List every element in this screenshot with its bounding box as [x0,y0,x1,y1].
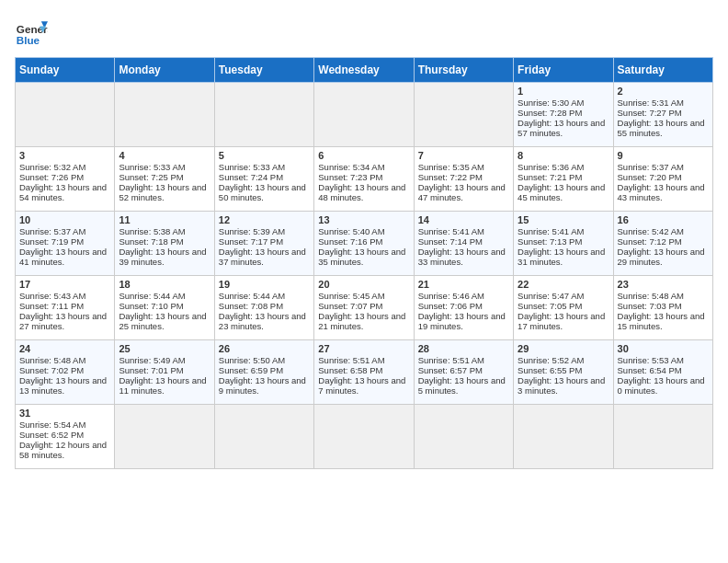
calendar-cell: 17Sunrise: 5:43 AM Sunset: 7:11 PM Dayli… [16,276,115,340]
day-number: 17 [19,279,110,290]
day-info: Sunrise: 5:33 AM Sunset: 7:25 PM Dayligh… [119,162,206,202]
day-header-wednesday: Wednesday [314,58,414,83]
day-info: Sunrise: 5:42 AM Sunset: 7:12 PM Dayligh… [618,226,705,267]
day-number: 12 [219,214,310,225]
day-info: Sunrise: 5:48 AM Sunset: 7:02 PM Dayligh… [19,355,107,396]
day-number: 31 [19,408,110,419]
calendar-cell: 18Sunrise: 5:44 AM Sunset: 7:10 PM Dayli… [115,276,214,340]
day-number: 30 [618,343,709,354]
week-row-6: 31Sunrise: 5:54 AM Sunset: 6:52 PM Dayli… [16,405,713,469]
day-number: 19 [219,279,310,290]
calendar-cell: 23Sunrise: 5:48 AM Sunset: 7:03 PM Dayli… [613,276,712,340]
calendar-cell: 8Sunrise: 5:36 AM Sunset: 7:21 PM Daylig… [514,147,613,212]
day-number: 16 [618,214,709,225]
day-header-sunday: Sunday [16,58,115,83]
day-number: 18 [119,279,210,290]
calendar-cell: 15Sunrise: 5:41 AM Sunset: 7:13 PM Dayli… [514,212,613,276]
day-info: Sunrise: 5:45 AM Sunset: 7:07 PM Dayligh… [318,291,405,331]
day-number: 8 [518,150,609,161]
calendar-cell: 29Sunrise: 5:52 AM Sunset: 6:55 PM Dayli… [514,340,613,405]
calendar-table: SundayMondayTuesdayWednesdayThursdayFrid… [15,57,713,469]
day-number: 1 [518,86,609,97]
calendar-cell: 16Sunrise: 5:42 AM Sunset: 7:12 PM Dayli… [613,212,712,276]
day-info: Sunrise: 5:41 AM Sunset: 7:13 PM Dayligh… [518,226,605,267]
day-number: 28 [418,343,509,354]
calendar-cell: 11Sunrise: 5:38 AM Sunset: 7:18 PM Dayli… [115,212,214,276]
day-info: Sunrise: 5:51 AM Sunset: 6:58 PM Dayligh… [318,355,405,396]
calendar-cell [115,83,214,147]
calendar-cell: 1Sunrise: 5:30 AM Sunset: 7:28 PM Daylig… [514,83,613,147]
calendar-cell [214,83,313,147]
day-number: 26 [219,343,310,354]
day-info: Sunrise: 5:38 AM Sunset: 7:18 PM Dayligh… [119,226,206,267]
calendar-cell: 26Sunrise: 5:50 AM Sunset: 6:59 PM Dayli… [214,340,313,405]
calendar-cell: 27Sunrise: 5:51 AM Sunset: 6:58 PM Dayli… [314,340,414,405]
day-info: Sunrise: 5:35 AM Sunset: 7:22 PM Dayligh… [418,162,506,202]
day-number: 7 [418,150,509,161]
calendar-cell: 6Sunrise: 5:34 AM Sunset: 7:23 PM Daylig… [314,147,414,212]
day-info: Sunrise: 5:43 AM Sunset: 7:11 PM Dayligh… [19,291,107,331]
day-info: Sunrise: 5:52 AM Sunset: 6:55 PM Dayligh… [518,355,605,396]
day-number: 5 [219,150,310,161]
day-number: 3 [19,150,110,161]
day-info: Sunrise: 5:53 AM Sunset: 6:54 PM Dayligh… [618,355,705,396]
day-info: Sunrise: 5:37 AM Sunset: 7:20 PM Dayligh… [618,162,705,202]
calendar-cell: 30Sunrise: 5:53 AM Sunset: 6:54 PM Dayli… [613,340,712,405]
calendar-cell [613,405,712,469]
day-number: 9 [618,150,709,161]
day-number: 29 [518,343,609,354]
day-header-saturday: Saturday [613,58,712,83]
week-row-3: 10Sunrise: 5:37 AM Sunset: 7:19 PM Dayli… [16,212,713,276]
calendar-cell: 25Sunrise: 5:49 AM Sunset: 7:01 PM Dayli… [115,340,214,405]
calendar-cell: 5Sunrise: 5:33 AM Sunset: 7:24 PM Daylig… [214,147,313,212]
day-info: Sunrise: 5:48 AM Sunset: 7:03 PM Dayligh… [618,291,705,331]
calendar-cell [514,405,613,469]
calendar-cell [16,83,115,147]
calendar-cell: 24Sunrise: 5:48 AM Sunset: 7:02 PM Dayli… [16,340,115,405]
day-number: 20 [318,279,409,290]
day-info: Sunrise: 5:34 AM Sunset: 7:23 PM Dayligh… [318,162,405,202]
calendar-cell: 9Sunrise: 5:37 AM Sunset: 7:20 PM Daylig… [613,147,712,212]
day-number: 25 [119,343,210,354]
day-number: 2 [618,86,709,97]
calendar-cell: 22Sunrise: 5:47 AM Sunset: 7:05 PM Dayli… [514,276,613,340]
calendar-cell: 7Sunrise: 5:35 AM Sunset: 7:22 PM Daylig… [414,147,513,212]
day-number: 10 [19,214,110,225]
page-header: General Blue [15,15,713,48]
calendar-cell: 28Sunrise: 5:51 AM Sunset: 6:57 PM Dayli… [414,340,513,405]
day-info: Sunrise: 5:36 AM Sunset: 7:21 PM Dayligh… [518,162,605,202]
calendar-cell: 10Sunrise: 5:37 AM Sunset: 7:19 PM Dayli… [16,212,115,276]
week-row-5: 24Sunrise: 5:48 AM Sunset: 7:02 PM Dayli… [16,340,713,405]
calendar-cell: 21Sunrise: 5:46 AM Sunset: 7:06 PM Dayli… [414,276,513,340]
calendar-cell: 4Sunrise: 5:33 AM Sunset: 7:25 PM Daylig… [115,147,214,212]
day-info: Sunrise: 5:40 AM Sunset: 7:16 PM Dayligh… [318,226,405,267]
calendar-cell [314,405,414,469]
calendar-cell: 13Sunrise: 5:40 AM Sunset: 7:16 PM Dayli… [314,212,414,276]
day-info: Sunrise: 5:30 AM Sunset: 7:28 PM Dayligh… [518,98,605,138]
day-info: Sunrise: 5:31 AM Sunset: 7:27 PM Dayligh… [618,98,705,138]
day-info: Sunrise: 5:37 AM Sunset: 7:19 PM Dayligh… [19,226,107,267]
calendar-cell [414,83,513,147]
day-info: Sunrise: 5:44 AM Sunset: 7:10 PM Dayligh… [119,291,206,331]
day-number: 11 [119,214,210,225]
day-number: 6 [318,150,409,161]
day-info: Sunrise: 5:51 AM Sunset: 6:57 PM Dayligh… [418,355,506,396]
calendar-cell [414,405,513,469]
week-row-4: 17Sunrise: 5:43 AM Sunset: 7:11 PM Dayli… [16,276,713,340]
day-info: Sunrise: 5:32 AM Sunset: 7:26 PM Dayligh… [19,162,107,202]
day-number: 15 [518,214,609,225]
day-number: 21 [418,279,509,290]
day-header-friday: Friday [514,58,613,83]
day-number: 22 [518,279,609,290]
week-row-1: 1Sunrise: 5:30 AM Sunset: 7:28 PM Daylig… [16,83,713,147]
day-info: Sunrise: 5:46 AM Sunset: 7:06 PM Dayligh… [418,291,506,331]
logo-icon: General Blue [15,15,48,48]
day-info: Sunrise: 5:47 AM Sunset: 7:05 PM Dayligh… [518,291,605,331]
day-number: 14 [418,214,509,225]
calendar-cell: 12Sunrise: 5:39 AM Sunset: 7:17 PM Dayli… [214,212,313,276]
day-info: Sunrise: 5:50 AM Sunset: 6:59 PM Dayligh… [219,355,306,396]
day-info: Sunrise: 5:54 AM Sunset: 6:52 PM Dayligh… [19,419,107,460]
day-number: 27 [318,343,409,354]
day-info: Sunrise: 5:41 AM Sunset: 7:14 PM Dayligh… [418,226,506,267]
week-row-2: 3Sunrise: 5:32 AM Sunset: 7:26 PM Daylig… [16,147,713,212]
